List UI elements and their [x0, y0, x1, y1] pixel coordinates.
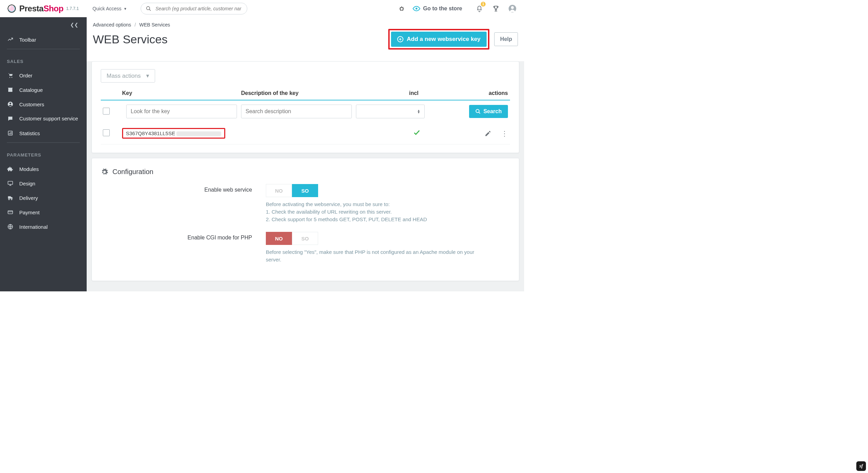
- enable-ws-label: Enable web service: [101, 184, 252, 193]
- svg-point-3: [415, 8, 417, 10]
- monitor-icon: [7, 180, 14, 186]
- sidebar-item-toolbar[interactable]: Toolbar: [0, 32, 87, 47]
- col-incl[interactable]: incl: [360, 90, 429, 96]
- breadcrumb-item[interactable]: Advanced options: [93, 22, 131, 28]
- search-button[interactable]: Search: [469, 105, 508, 118]
- sidebar-label: Toolbar: [19, 37, 36, 43]
- enable-ws-help: Before activating the webservice, you mu…: [266, 201, 486, 223]
- svg-line-1: [149, 9, 151, 11]
- sidebar-item-payment[interactable]: Payment: [0, 205, 87, 219]
- key-value-highlight: S367Q8Y4381LL5SE: [122, 128, 225, 139]
- main: Advanced options / WEB Services WEB Serv…: [87, 17, 524, 291]
- svg-rect-12: [10, 132, 11, 135]
- notifications-bell[interactable]: 1: [474, 3, 485, 14]
- svg-point-15: [9, 199, 10, 200]
- svg-rect-14: [8, 181, 13, 184]
- enable-cgi-label: Enable CGI mode for PHP: [101, 232, 252, 241]
- enable-ws-toggle[interactable]: NO SO: [266, 184, 318, 197]
- sidebar-label: Order: [19, 73, 32, 78]
- key-redacted: [176, 131, 221, 136]
- svg-rect-17: [8, 211, 13, 214]
- eye-icon: [413, 5, 420, 12]
- row-checkbox[interactable]: [103, 129, 110, 136]
- chevron-double-left-icon: ❮❮: [70, 22, 78, 28]
- add-webservice-key-button[interactable]: + Add a new webservice key: [391, 32, 487, 47]
- quick-access-label: Quick Access: [93, 6, 121, 11]
- cart-icon: [7, 72, 14, 78]
- globe-icon: [7, 224, 14, 230]
- svg-point-6: [9, 77, 10, 78]
- more-icon[interactable]: ⋮: [501, 129, 508, 138]
- key-value: S367Q8Y4381LL5SE: [126, 130, 175, 136]
- sidebar-label: Statistics: [19, 130, 40, 136]
- search-icon: [146, 6, 151, 11]
- account-avatar[interactable]: [507, 3, 518, 14]
- bar-chart-icon: [7, 130, 14, 136]
- credit-card-icon: [7, 209, 14, 215]
- sidebar-item-modules[interactable]: Modules: [0, 162, 87, 176]
- sidebar-item-delivery[interactable]: Delivery: [0, 191, 87, 205]
- svg-line-21: [479, 112, 480, 114]
- trending-up-icon: [7, 36, 14, 43]
- notifications-badge: 1: [481, 2, 486, 7]
- configuration-panel: Configuration Enable web service NO SO B…: [91, 158, 519, 281]
- search-icon: [475, 109, 481, 114]
- filter-incl-select[interactable]: ▲▼: [356, 105, 425, 118]
- col-key[interactable]: Key: [122, 90, 241, 96]
- sidebar-label: Delivery: [19, 195, 38, 201]
- table-header: Key Description of the key incl actions: [101, 83, 510, 100]
- toggle-so[interactable]: SO: [292, 184, 318, 197]
- brand-logo[interactable]: PrestaShop: [8, 4, 63, 13]
- sidebar-item-design[interactable]: Design: [0, 176, 87, 191]
- debug-icon[interactable]: [396, 3, 407, 14]
- sidebar-item-order[interactable]: Order: [0, 68, 87, 83]
- truck-icon: [7, 195, 14, 201]
- sidebar-label: Customers: [19, 101, 44, 107]
- keys-panel: Mass actions ▾ Key Description of the ke…: [91, 61, 519, 153]
- table-row[interactable]: S367Q8Y4381LL5SE ⋮: [101, 122, 510, 144]
- filter-desc-input[interactable]: [241, 105, 352, 118]
- help-line: 1. Check the availability of URL rewriti…: [266, 208, 486, 216]
- sidebar-item-statistics[interactable]: Statistics: [0, 126, 87, 140]
- table-filters: ▲▼ Search: [101, 100, 510, 122]
- svg-point-5: [511, 6, 514, 9]
- enable-cgi-toggle[interactable]: NO SO: [266, 232, 318, 245]
- brand-presta: Presta: [19, 4, 43, 13]
- global-search-input[interactable]: [155, 6, 242, 12]
- svg-point-9: [10, 103, 11, 104]
- edit-icon[interactable]: [485, 130, 491, 137]
- svg-rect-11: [9, 133, 10, 135]
- sidebar: ❮❮ Toolbar SALES Order Catalogue Custome…: [0, 17, 87, 291]
- svg-point-0: [147, 7, 150, 10]
- gear-icon: [101, 168, 108, 176]
- puzzle-icon: [7, 166, 14, 172]
- mass-actions-dropdown[interactable]: Mass actions ▾: [101, 69, 155, 83]
- toggle-no[interactable]: NO: [266, 184, 292, 197]
- add-key-label: Add a new webservice key: [407, 36, 481, 43]
- sidebar-item-customers[interactable]: Customers: [0, 97, 87, 111]
- quick-access-menu[interactable]: Quick Access ▼: [93, 6, 127, 11]
- breadcrumb-item[interactable]: WEB Services: [139, 22, 170, 28]
- sidebar-collapse[interactable]: ❮❮: [0, 17, 87, 32]
- toggle-no[interactable]: NO: [266, 232, 292, 245]
- sidebar-label: Modules: [19, 166, 39, 172]
- row-enable-webservice: Enable web service NO SO Before activati…: [101, 184, 510, 223]
- svg-rect-13: [11, 132, 12, 135]
- sidebar-item-support[interactable]: Customer support service: [0, 111, 87, 126]
- sidebar-label: Payment: [19, 209, 40, 215]
- trophy-icon[interactable]: [490, 3, 501, 14]
- global-search[interactable]: [141, 3, 247, 14]
- sidebar-label: Design: [19, 181, 35, 186]
- sidebar-item-catalogue[interactable]: Catalogue: [0, 83, 87, 97]
- help-button[interactable]: Help: [494, 32, 518, 46]
- sidebar-section-sales: SALES: [0, 51, 87, 68]
- sidebar-item-international[interactable]: International: [0, 219, 87, 234]
- toggle-so[interactable]: SO: [292, 232, 318, 245]
- col-desc[interactable]: Description of the key: [241, 90, 360, 96]
- filter-key-input[interactable]: [126, 105, 237, 118]
- select-all-checkbox[interactable]: [103, 108, 110, 115]
- go-to-store[interactable]: Go to the store: [413, 5, 462, 12]
- col-actions: actions: [429, 90, 508, 96]
- svg-point-20: [476, 109, 479, 112]
- help-line: Before activating the webservice, you mu…: [266, 201, 486, 208]
